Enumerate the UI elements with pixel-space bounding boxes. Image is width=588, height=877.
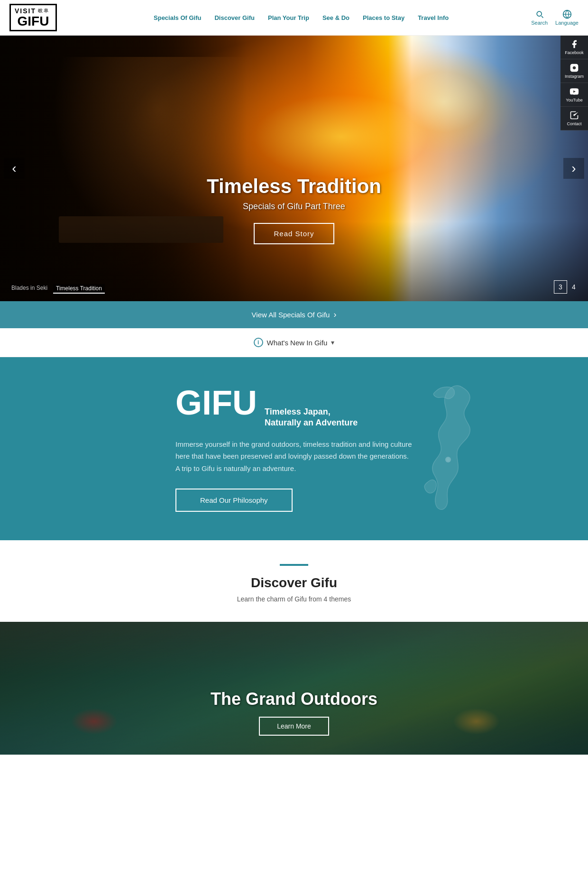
chevron-down-icon: ▾ <box>331 339 334 346</box>
discover-section: Discover Gifu Learn the charm of Gifu fr… <box>0 540 588 603</box>
header-actions: Search Language <box>531 9 579 26</box>
grand-outdoors-title: The Grand Outdoors <box>211 689 377 709</box>
logo-gifu-text: GIFU <box>15 15 52 28</box>
logo-kanji: 岐阜 <box>38 8 49 14</box>
facebook-label: Facebook <box>565 50 584 55</box>
search-label: Search <box>531 20 548 26</box>
grand-outdoors-learn-more-button[interactable]: Learn More <box>259 717 329 736</box>
instagram-label: Instagram <box>565 74 584 79</box>
social-sidebar: Facebook Instagram YouTube Contact <box>560 36 588 130</box>
youtube-label: YouTube <box>566 98 582 102</box>
contact-label: Contact <box>567 121 581 126</box>
site-logo[interactable]: VISIT 岐阜 GIFU <box>9 4 57 31</box>
teal-content: GIFU Timeless Japan,Naturally an Adventu… <box>175 386 413 512</box>
grand-outdoors-section: The Grand Outdoors Learn More <box>0 622 588 755</box>
search-button[interactable]: Search <box>531 9 548 26</box>
view-all-specials-link[interactable]: View All Specials Of Gifu <box>252 310 337 320</box>
nav-discover[interactable]: Discover Gifu <box>214 14 255 21</box>
slide-indicator-1[interactable]: Blades in Seki <box>11 285 47 293</box>
hero-title: Timeless Tradition <box>207 175 381 198</box>
nav-travel-info[interactable]: Travel Info <box>418 14 449 21</box>
read-philosophy-button[interactable]: Read Our Philosophy <box>175 489 293 512</box>
view-all-bar: View All Specials Of Gifu <box>0 301 588 328</box>
grand-outdoors-content: The Grand Outdoors Learn More <box>211 689 377 736</box>
discover-divider <box>280 564 308 566</box>
hero-next-button[interactable]: › <box>563 158 584 179</box>
hero-counter: 3 4 <box>554 280 580 294</box>
whats-new-button[interactable]: i What's New In Gifu ▾ <box>254 338 335 347</box>
teal-body-text: Immerse yourself in the grand outdoors, … <box>175 438 413 475</box>
teal-gifu-text: GIFU <box>175 386 257 420</box>
hero-background <box>0 36 588 301</box>
hero-section: Timeless Tradition Specials of Gifu Part… <box>0 36 588 301</box>
hero-subtitle: Specials of Gifu Part Three <box>207 202 381 212</box>
hero-slide-indicators: Blades in Seki Timeless Tradition <box>11 284 105 294</box>
teal-title-row: GIFU Timeless Japan,Naturally an Adventu… <box>175 386 413 429</box>
read-story-button[interactable]: Read Story <box>254 223 334 244</box>
facebook-link[interactable]: Facebook <box>560 36 588 59</box>
youtube-link[interactable]: YouTube <box>560 83 588 107</box>
language-button[interactable]: Language <box>555 9 579 26</box>
whats-new-bar: i What's New In Gifu ▾ <box>0 328 588 357</box>
discover-subtitle: Learn the charm of Gifu from 4 themes <box>19 595 569 603</box>
hero-text: Timeless Tradition Specials of Gifu Part… <box>207 175 381 244</box>
hero-prev-button[interactable]: ‹ <box>4 158 25 179</box>
slide-indicator-2[interactable]: Timeless Tradition <box>53 284 105 294</box>
counter-current: 3 <box>554 280 567 294</box>
nav-plan[interactable]: Plan Your Trip <box>268 14 309 21</box>
contact-link[interactable]: Contact <box>560 107 588 130</box>
language-label: Language <box>555 20 579 26</box>
nav-specials[interactable]: Specials Of Gifu <box>154 14 201 21</box>
svg-point-5 <box>447 458 450 461</box>
header: VISIT 岐阜 GIFU Specials Of Gifu Discover … <box>0 0 588 36</box>
instagram-link[interactable]: Instagram <box>560 59 588 83</box>
info-icon: i <box>254 338 263 347</box>
teal-promo-section: GIFU Timeless Japan,Naturally an Adventu… <box>0 357 588 540</box>
teal-tagline: Timeless Japan,Naturally an Adventure <box>265 406 358 429</box>
japan-map <box>398 377 503 521</box>
whats-new-label: What's New In Gifu <box>267 339 328 347</box>
counter-total: 4 <box>567 280 580 294</box>
main-nav: Specials Of Gifu Discover Gifu Plan Your… <box>71 14 531 21</box>
nav-places[interactable]: Places to Stay <box>363 14 404 21</box>
discover-title: Discover Gifu <box>19 575 569 591</box>
nav-see-do[interactable]: See & Do <box>322 14 349 21</box>
